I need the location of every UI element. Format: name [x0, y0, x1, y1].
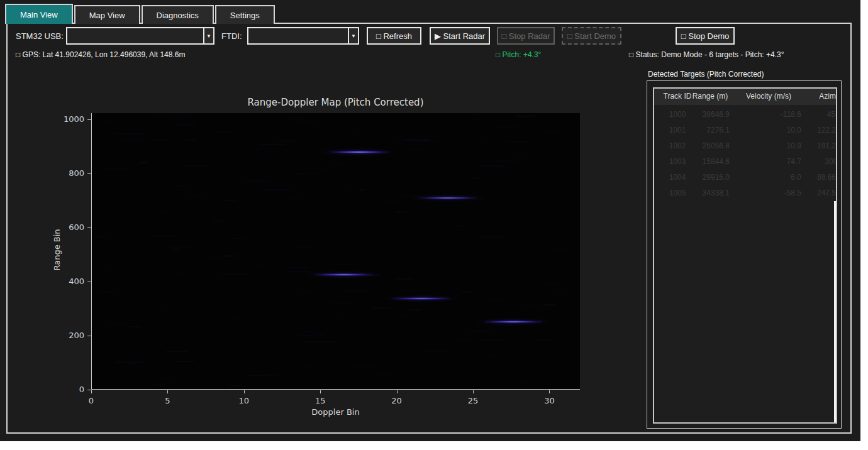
start-demo-button[interactable]: □ Start Demo [562, 27, 621, 45]
heatmap-noise [172, 118, 185, 119]
stop-demo-button[interactable]: □ Stop Demo [676, 27, 735, 45]
heatmap-noise [306, 341, 335, 343]
x-tick-label: 30 [537, 396, 562, 405]
table-cell-velocity_ms: 10.9 [736, 141, 801, 150]
heatmap-noise [230, 388, 238, 388]
chevron-down-icon[interactable]: ▼ [203, 28, 213, 43]
tab-main-view[interactable]: Main View [5, 4, 73, 24]
heatmap-noise [516, 116, 535, 117]
heatmap-noise [418, 376, 430, 378]
heatmap-noise [117, 133, 143, 134]
table-row[interactable]: 100038646.9-118.645° [654, 107, 836, 123]
heatmap-noise [474, 178, 481, 179]
heatmap-noise [242, 180, 267, 182]
heatmap-noise [330, 303, 356, 304]
table-row[interactable]: 100534338.1-58.5247.5104 [654, 185, 836, 201]
heatmap-noise [422, 351, 450, 352]
heatmap-noise [467, 145, 490, 146]
heatmap-noise [243, 365, 262, 366]
table-cell-range_m: 25056.8 [691, 141, 730, 150]
heatmap-noise [262, 256, 270, 257]
heatmap-noise [440, 274, 453, 275]
heatmap-noise [540, 283, 565, 284]
heatmap-noise [521, 305, 540, 307]
chevron-down-icon[interactable]: ▼ [348, 28, 358, 43]
column-header[interactable]: Range (m) [691, 92, 730, 101]
heatmap-noise [462, 123, 470, 125]
table-cell-range_m: 38646.9 [691, 110, 730, 119]
heatmap-noise [353, 131, 364, 133]
heatmap-noise [450, 170, 470, 171]
heatmap-noise [395, 211, 407, 212]
column-header[interactable]: Velocity (m/s) [736, 92, 801, 101]
heatmap-noise [294, 312, 302, 313]
heatmap-noise [174, 273, 188, 274]
tab-diagnostics[interactable]: Diagnostics [142, 5, 214, 24]
stm32-port-select[interactable]: ▼ [66, 27, 214, 45]
heatmap-noise [535, 354, 548, 355]
heatmap-noise [128, 363, 135, 364]
app-window: Main View Map View Diagnostics Settings … [0, 0, 860, 441]
heatmap-noise [118, 140, 139, 140]
heatmap-noise [555, 163, 572, 164]
heatmap-noise [171, 122, 194, 124]
y-tick [87, 119, 91, 120]
heatmap-noise [555, 330, 565, 331]
heatmap-noise [553, 290, 572, 292]
heatmap-noise [351, 366, 377, 368]
heatmap-noise [115, 361, 143, 363]
table-row[interactable]: 100315844.674.7300° [654, 154, 836, 170]
table-row[interactable]: 100225056.810.9191.2552 [654, 138, 836, 154]
heatmap-noise [140, 162, 148, 163]
heatmap-noise [153, 236, 179, 237]
heatmap-noise [373, 207, 380, 208]
range-doppler-heatmap [91, 113, 580, 390]
x-tick-label: 15 [308, 396, 333, 405]
table-cell-velocity_ms: 74.7 [736, 157, 801, 166]
y-tick [87, 390, 91, 390]
heatmap-noise [467, 331, 492, 332]
heatmap-noise [154, 329, 169, 331]
y-tick-label: 200 [54, 331, 84, 340]
heatmap-noise [417, 167, 443, 167]
heatmap-noise [102, 133, 117, 134]
heatmap-noise [453, 225, 466, 227]
x-tick [549, 390, 550, 393]
heatmap-noise [128, 326, 142, 327]
heatmap-noise [514, 153, 530, 153]
heatmap-noise [157, 385, 165, 386]
heatmap-noise [204, 140, 218, 141]
ftdi-port-select[interactable]: ▼ [247, 27, 359, 45]
heatmap-noise [330, 163, 348, 164]
tab-map-view[interactable]: Map View [74, 5, 140, 24]
x-tick [167, 390, 168, 393]
x-axis-label: Doppler Bin [91, 407, 580, 417]
column-header[interactable]: Azimuth [801, 92, 837, 101]
refresh-button[interactable]: □ Refresh [367, 27, 421, 45]
table-cell-azimuth: 247.5104 [801, 189, 837, 197]
heatmap-noise [500, 344, 509, 346]
table-row[interactable]: 100429916.06.088.66998 [654, 170, 836, 185]
heatmap-noise [175, 361, 194, 362]
tab-strip: Main View Map View Diagnostics Settings [5, 4, 276, 23]
table-cell-velocity_ms: -58.5 [736, 189, 801, 197]
tab-settings[interactable]: Settings [215, 5, 275, 24]
heatmap-noise [175, 185, 186, 187]
heatmap-noise [176, 124, 196, 126]
heatmap-noise [275, 140, 298, 141]
table-row[interactable]: 10017276.110.0122.2510 [654, 123, 836, 138]
table-scrollbar[interactable] [834, 201, 836, 422]
heatmap-noise [373, 284, 400, 286]
y-tick-label: 1000 [54, 114, 84, 124]
start-radar-button[interactable]: ▶ Start Radar [430, 27, 490, 45]
stop-radar-button[interactable]: □ Stop Radar [497, 27, 555, 45]
targets-table[interactable]: Track IDRange (m)Velocity (m/s)Azimuth 1… [653, 87, 837, 424]
heatmap-noise [165, 351, 189, 353]
targets-table-header: Track IDRange (m)Velocity (m/s)Azimuth [654, 89, 836, 105]
heatmap-noise [479, 236, 506, 238]
heatmap-noise [160, 305, 170, 307]
x-tick [473, 390, 474, 393]
heatmap-noise [384, 200, 406, 202]
heatmap-noise [184, 195, 208, 197]
heatmap-noise [185, 140, 196, 140]
